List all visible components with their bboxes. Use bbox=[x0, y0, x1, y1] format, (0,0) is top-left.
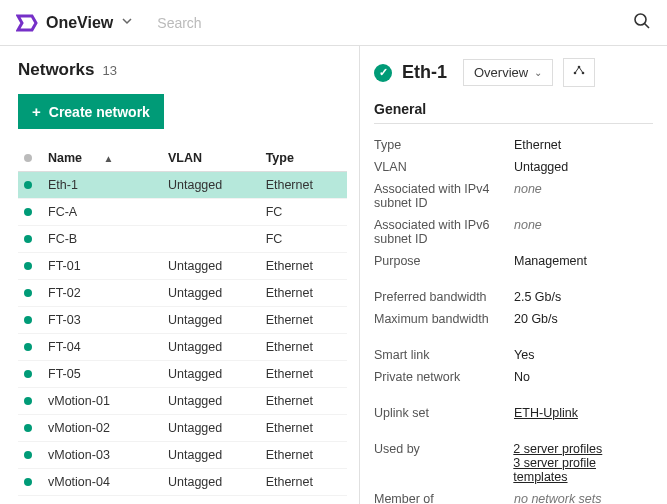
detail-row: Associated with IPv4 subnet IDnone bbox=[374, 178, 653, 214]
detail-title: Eth-1 bbox=[402, 62, 447, 83]
status-dot-icon bbox=[24, 343, 32, 351]
detail-link[interactable]: 2 server profiles bbox=[513, 442, 653, 456]
cell-type: FC bbox=[260, 226, 347, 253]
table-row[interactable]: FT-02UntaggedEthernet bbox=[18, 280, 347, 307]
section-title: General bbox=[374, 101, 653, 124]
detail-value: 2 server profiles3 server profile templa… bbox=[513, 442, 653, 484]
cell-type: Ethernet bbox=[260, 361, 347, 388]
svg-line-6 bbox=[579, 67, 583, 73]
app-name: OneView bbox=[46, 14, 113, 32]
cell-name: FC-B bbox=[42, 226, 162, 253]
cell-vlan: Untagged bbox=[162, 496, 260, 505]
svg-point-0 bbox=[635, 14, 646, 25]
detail-value: Yes bbox=[514, 348, 534, 362]
cell-type: Ethernet bbox=[260, 253, 347, 280]
status-dot-icon bbox=[24, 451, 32, 459]
detail-pane: ✓ Eth-1 Overview ⌄ General TypeEthernetV… bbox=[360, 46, 667, 504]
cell-vlan: Untagged bbox=[162, 415, 260, 442]
network-table: Name ▲ VLAN Type Eth-1UntaggedEthernetFC… bbox=[18, 145, 347, 504]
table-row[interactable]: vMotion-04UntaggedEthernet bbox=[18, 469, 347, 496]
cell-name: vMotion-02 bbox=[42, 415, 162, 442]
table-row[interactable]: Eth-1UntaggedEthernet bbox=[18, 172, 347, 199]
view-selector[interactable]: Overview ⌄ bbox=[463, 59, 553, 86]
detail-key: Uplink set bbox=[374, 406, 514, 420]
network-list-pane: Networks 13 + Create network Name ▲ VLAN… bbox=[0, 46, 360, 504]
cell-vlan bbox=[162, 199, 260, 226]
search-icon[interactable] bbox=[633, 12, 651, 33]
table-row[interactable]: FC-BFC bbox=[18, 226, 347, 253]
detail-value: none bbox=[514, 182, 542, 210]
search-input[interactable] bbox=[157, 15, 633, 31]
cell-type: Ethernet bbox=[260, 307, 347, 334]
detail-key: Member of bbox=[374, 492, 514, 504]
status-dot-icon bbox=[24, 478, 32, 486]
detail-link[interactable]: 3 server profile templates bbox=[513, 456, 653, 484]
list-count: 13 bbox=[103, 63, 117, 78]
detail-value: Management bbox=[514, 254, 587, 268]
cell-vlan: Untagged bbox=[162, 469, 260, 496]
table-row[interactable]: vMotion-03UntaggedEthernet bbox=[18, 442, 347, 469]
actions-menu-button[interactable] bbox=[563, 58, 595, 87]
app-switcher-chevron-icon[interactable] bbox=[121, 15, 133, 30]
detail-row: Associated with IPv6 subnet IDnone bbox=[374, 214, 653, 250]
detail-key: Type bbox=[374, 138, 514, 152]
col-type[interactable]: Type bbox=[260, 145, 347, 172]
table-row[interactable]: vMotion-01UntaggedEthernet bbox=[18, 388, 347, 415]
status-dot-icon bbox=[24, 235, 32, 243]
status-dot-icon bbox=[24, 424, 32, 432]
cell-name: FT-04 bbox=[42, 334, 162, 361]
cell-type: Ethernet bbox=[260, 172, 347, 199]
create-label: Create network bbox=[49, 104, 150, 120]
status-dot-icon bbox=[24, 370, 32, 378]
cell-vlan: Untagged bbox=[162, 172, 260, 199]
detail-group: Uplink setETH-Uplink bbox=[374, 402, 653, 424]
table-row[interactable]: FT-03UntaggedEthernet bbox=[18, 307, 347, 334]
sort-asc-icon: ▲ bbox=[104, 153, 114, 164]
cell-type: Ethernet bbox=[260, 388, 347, 415]
cell-name: FT-05 bbox=[42, 361, 162, 388]
app-logo[interactable]: OneView bbox=[16, 14, 113, 32]
actions-icon bbox=[572, 64, 586, 78]
detail-row: Preferred bandwidth2.5 Gb/s bbox=[374, 286, 653, 308]
status-dot-icon bbox=[24, 262, 32, 270]
cell-name: FT-02 bbox=[42, 280, 162, 307]
status-dot-icon bbox=[24, 154, 32, 162]
table-row[interactable]: FC-AFC bbox=[18, 199, 347, 226]
col-status[interactable] bbox=[18, 145, 42, 172]
svg-line-5 bbox=[575, 67, 579, 73]
cell-vlan: Untagged bbox=[162, 442, 260, 469]
col-name[interactable]: Name ▲ bbox=[42, 145, 162, 172]
detail-value[interactable]: ETH-Uplink bbox=[514, 406, 578, 420]
detail-row: Maximum bandwidth20 Gb/s bbox=[374, 308, 653, 330]
cell-type: Ethernet bbox=[260, 496, 347, 505]
detail-row: VLANUntagged bbox=[374, 156, 653, 178]
table-row[interactable]: FT-04UntaggedEthernet bbox=[18, 334, 347, 361]
detail-key: Preferred bandwidth bbox=[374, 290, 514, 304]
create-network-button[interactable]: + Create network bbox=[18, 94, 164, 129]
status-dot-icon bbox=[24, 181, 32, 189]
detail-group: TypeEthernetVLANUntaggedAssociated with … bbox=[374, 134, 653, 272]
col-vlan[interactable]: VLAN bbox=[162, 145, 260, 172]
plus-icon: + bbox=[32, 103, 41, 120]
list-title: Networks bbox=[18, 60, 95, 80]
cell-name: FT-03 bbox=[42, 307, 162, 334]
detail-group: Smart linkYesPrivate networkNo bbox=[374, 344, 653, 388]
detail-key: Private network bbox=[374, 370, 514, 384]
table-row[interactable]: vMotion-05UntaggedEthernet bbox=[18, 496, 347, 505]
cell-type: Ethernet bbox=[260, 280, 347, 307]
table-row[interactable]: vMotion-02UntaggedEthernet bbox=[18, 415, 347, 442]
cell-vlan: Untagged bbox=[162, 334, 260, 361]
cell-type: Ethernet bbox=[260, 469, 347, 496]
chevron-down-icon: ⌄ bbox=[534, 67, 542, 78]
detail-value: Untagged bbox=[514, 160, 568, 174]
table-row[interactable]: FT-05UntaggedEthernet bbox=[18, 361, 347, 388]
cell-vlan bbox=[162, 226, 260, 253]
detail-key: VLAN bbox=[374, 160, 514, 174]
detail-key: Purpose bbox=[374, 254, 514, 268]
detail-row: Private networkNo bbox=[374, 366, 653, 388]
detail-value: Ethernet bbox=[514, 138, 561, 152]
cell-name: Eth-1 bbox=[42, 172, 162, 199]
table-row[interactable]: FT-01UntaggedEthernet bbox=[18, 253, 347, 280]
status-ok-icon: ✓ bbox=[374, 64, 392, 82]
detail-key: Associated with IPv4 subnet ID bbox=[374, 182, 514, 210]
